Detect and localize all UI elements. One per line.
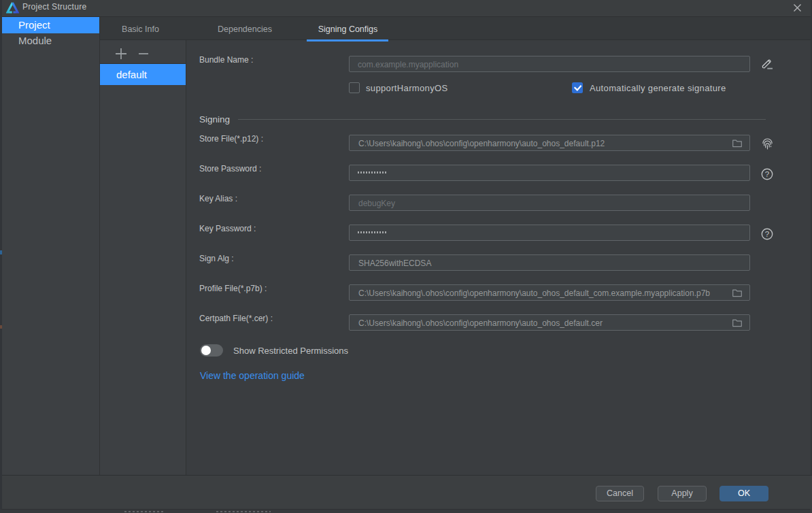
svg-text:?: ?	[765, 170, 769, 178]
svg-text:?: ?	[765, 230, 769, 238]
